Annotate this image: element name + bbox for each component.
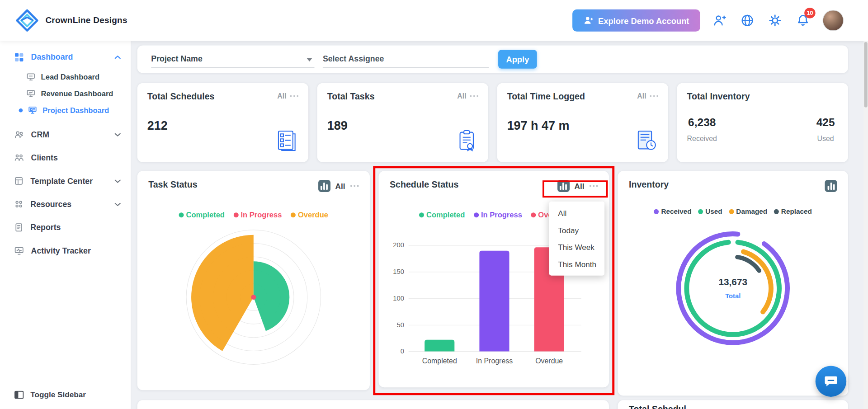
dashboard-grid-icon: [14, 52, 24, 62]
more-options-icon[interactable]: [650, 95, 658, 97]
filter-value: All: [575, 182, 585, 191]
y-tick: 150: [387, 268, 404, 276]
monitor-chart-icon: [27, 89, 36, 98]
legend-dot: [698, 209, 703, 214]
more-options-icon[interactable]: [290, 95, 298, 97]
inventory-legend: Received Used Damaged Replaced: [629, 207, 837, 215]
inventory-rings-chart: 13,673 Total: [629, 223, 837, 353]
x-axis-label: In Progress: [476, 357, 513, 365]
legend-item-in-progress[interactable]: In Progress: [474, 211, 522, 219]
legend-dot: [419, 212, 424, 217]
more-options-icon[interactable]: [589, 185, 598, 187]
brand-name: CrownLine Designs: [45, 15, 127, 25]
globe-icon: [740, 13, 755, 28]
schedule-filter-control[interactable]: All: [557, 180, 598, 192]
dropdown-option-today[interactable]: Today: [549, 221, 604, 239]
legend-item-damaged[interactable]: Damaged: [729, 207, 767, 215]
used-value: 425: [816, 116, 835, 129]
chart-title: Task Status: [148, 180, 198, 190]
dropdown-option-this-week[interactable]: This Week: [549, 239, 604, 256]
more-options-icon[interactable]: [470, 95, 478, 97]
sidebar-item-label: Clients: [31, 153, 58, 162]
language-globe-button[interactable]: [739, 12, 756, 29]
sidebar-item-project-dashboard[interactable]: Project Dashboard: [0, 102, 131, 118]
legend-label: In Progress: [241, 211, 282, 219]
sidebar-item-label: Dashboard: [31, 52, 73, 61]
legend-dot: [234, 212, 239, 217]
legend-label: In Progress: [481, 211, 522, 219]
dropdown-option-all[interactable]: All: [549, 204, 604, 221]
schedule-status-card: Schedule Status All Completed In Progr: [379, 171, 609, 387]
brand-logo[interactable]: CrownLine Designs: [0, 8, 127, 33]
card-title: Total Time Logged: [507, 92, 585, 102]
sidebar-nav: Dashboard Lead Dashboard Revenue Dashboa…: [0, 41, 131, 409]
legend-item-used[interactable]: Used: [698, 207, 722, 215]
card-filter-control[interactable]: All: [277, 92, 298, 100]
explore-demo-account-button[interactable]: Explore Demo Account: [572, 9, 700, 32]
chart-type-icon[interactable]: [557, 180, 570, 192]
card-filter-control[interactable]: All: [457, 92, 478, 100]
legend-label: Completed: [186, 211, 225, 219]
header-actions: Explore Demo Account: [572, 9, 868, 32]
sidebar-item-activity-tracker[interactable]: Activity Tracker: [0, 239, 131, 262]
legend-label: Damaged: [736, 207, 767, 215]
scrollbar-thumb[interactable]: [864, 42, 867, 107]
resources-dots-icon: [14, 200, 24, 209]
sidebar-item-label: Project Dashboard: [42, 106, 109, 114]
legend-item-replaced[interactable]: Replaced: [774, 207, 812, 215]
legend-dot: [729, 209, 734, 214]
dropdown-option-this-month[interactable]: This Month: [549, 256, 604, 273]
vertical-scrollbar[interactable]: [863, 41, 868, 409]
legend-item-overdue[interactable]: Overdue: [291, 211, 328, 219]
notification-badge: 10: [805, 8, 816, 18]
legend-item-in-progress[interactable]: In Progress: [234, 211, 282, 219]
legend-label: Used: [705, 207, 722, 215]
clipboard-tasks-icon: [455, 129, 478, 154]
chart-type-icon[interactable]: [825, 180, 837, 192]
settings-button[interactable]: [767, 12, 783, 29]
inventory-used-stat: 425 Used: [816, 116, 835, 143]
polar-area-chart: [148, 222, 359, 372]
sidebar-item-dashboard[interactable]: Dashboard: [0, 45, 131, 68]
overdue-slice: [191, 235, 254, 351]
legend-item-completed[interactable]: Completed: [179, 211, 225, 219]
legend-item-completed[interactable]: Completed: [419, 211, 465, 219]
chevron-down-icon: [114, 132, 120, 136]
time-log-icon: [634, 129, 658, 154]
chart-type-icon[interactable]: [318, 180, 330, 192]
sidebar-item-resources[interactable]: Resources: [0, 193, 131, 216]
activity-monitor-icon: [14, 246, 24, 255]
used-ring: [682, 237, 784, 339]
toggle-sidebar-button[interactable]: Toggle Sidebar: [0, 380, 131, 409]
assignee-select[interactable]: Select Assignee: [323, 51, 489, 68]
legend-dot: [531, 212, 536, 217]
add-user-button[interactable]: [711, 12, 728, 29]
chat-bubble-icon: [824, 375, 838, 388]
sidebar-item-crm[interactable]: CRM: [0, 123, 131, 146]
apply-button[interactable]: Apply: [498, 50, 537, 69]
legend-item-received[interactable]: Received: [654, 207, 692, 215]
crownline-logo-icon: [14, 8, 40, 33]
chart-title: Inventory: [629, 180, 669, 190]
filter-value: All: [277, 92, 286, 100]
bottom-left-card: [137, 400, 609, 409]
filter-bar: Project Name Select Assignee Apply: [137, 45, 848, 73]
sidebar-item-lead-dashboard[interactable]: Lead Dashboard: [0, 69, 131, 85]
bar-in-progress: [479, 250, 509, 351]
user-avatar[interactable]: [823, 10, 844, 31]
sidebar-item-revenue-dashboard[interactable]: Revenue Dashboard: [0, 85, 131, 102]
sidebar-item-clients[interactable]: Clients: [0, 146, 131, 169]
chat-widget-button[interactable]: [816, 366, 847, 397]
notifications-button[interactable]: 10: [794, 12, 811, 29]
top-header: CrownLine Designs Explore Demo Account: [0, 0, 868, 41]
task-status-card: Task Status All Completed In Progress: [137, 171, 370, 390]
sidebar-item-template-center[interactable]: Template Center: [0, 169, 131, 193]
card-filter-control[interactable]: All: [637, 92, 658, 100]
sidebar-item-reports[interactable]: Reports: [0, 216, 131, 239]
filter-value: All: [457, 92, 466, 100]
chart-title: Schedule Status: [390, 180, 458, 190]
card-title: Total Schedul: [629, 404, 837, 409]
total-inventory-card: Total Inventory 6,238 Received 425 Used: [677, 83, 848, 162]
more-options-icon[interactable]: [350, 185, 359, 187]
project-name-select[interactable]: Project Name: [151, 51, 314, 68]
